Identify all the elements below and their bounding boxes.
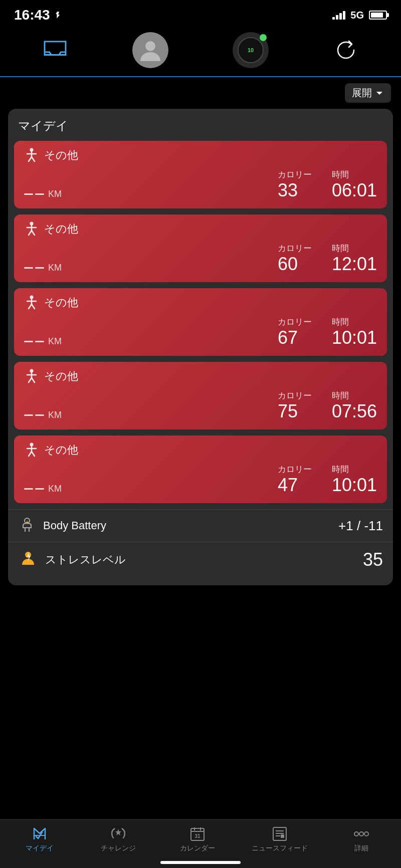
activity-item-3[interactable]: その他 KM カロリー 75 時間 07:56 <box>14 362 387 429</box>
nav-detail-label: 詳細 <box>354 844 368 853</box>
activity-km-3: KM <box>24 410 62 420</box>
svg-point-0 <box>145 41 155 51</box>
stress-icon-wrap <box>18 550 38 570</box>
activity-km-0: KM <box>24 189 62 199</box>
activity-header-2: その他 <box>24 295 377 310</box>
refresh-icon <box>335 39 357 61</box>
watch-time: 10 <box>248 47 254 53</box>
body-battery-label: Body Battery <box>43 519 331 532</box>
svg-line-24 <box>29 452 32 456</box>
svg-line-14 <box>29 304 32 309</box>
svg-point-41 <box>354 832 358 836</box>
stress-icon <box>18 550 38 570</box>
activity-figure-icon <box>24 148 39 163</box>
watch-connected-dot <box>260 34 267 41</box>
nav-challenge[interactable]: チャレンジ <box>93 826 143 853</box>
stress-level-label: ストレスレベル <box>45 552 356 567</box>
activity-header-0: その他 <box>24 148 377 163</box>
bar1 <box>332 17 335 20</box>
activity-km-1: KM <box>24 263 62 273</box>
status-right: 5G <box>332 10 387 21</box>
activity-header-1: その他 <box>24 222 377 237</box>
activity-km-2: KM <box>24 336 62 347</box>
activity-item-1[interactable]: その他 KM カロリー 60 時間 12:01 <box>14 214 387 282</box>
activity-body-4: KM カロリー 47 時間 10:01 <box>24 464 377 494</box>
stress-level-row[interactable]: ストレスレベル 35 <box>8 542 393 577</box>
calendar-icon: 31 <box>189 826 206 842</box>
svg-line-25 <box>32 452 35 456</box>
status-bar: 16:43 5G <box>0 0 401 27</box>
nav-newsfeed-label: ニュースフィード <box>252 844 308 853</box>
activity-title-2: その他 <box>44 295 78 310</box>
expand-button[interactable]: 展開 <box>345 83 391 103</box>
activity-title-0: その他 <box>44 148 78 163</box>
card-title: マイデイ <box>8 109 393 141</box>
activity-figure-icon <box>24 222 39 237</box>
inbox-button[interactable] <box>42 39 68 61</box>
activity-body-0: KM カロリー 33 時間 06:01 <box>24 169 377 199</box>
challenge-icon <box>110 826 126 842</box>
svg-point-43 <box>364 832 368 836</box>
bar2 <box>336 15 338 20</box>
battery-fill <box>371 13 383 18</box>
activity-stats-0: カロリー 33 時間 06:01 <box>278 169 377 199</box>
activity-header-3: その他 <box>24 369 377 384</box>
activity-body-1: KM カロリー 60 時間 12:01 <box>24 243 377 273</box>
watch-face: 10 <box>238 37 264 63</box>
detail-icon <box>353 826 369 842</box>
svg-line-19 <box>29 378 32 382</box>
expand-row: 展開 <box>0 77 401 109</box>
avatar-button[interactable] <box>132 32 168 68</box>
activity-title-3: その他 <box>44 369 78 384</box>
svg-line-9 <box>29 231 32 235</box>
nav-calendar[interactable]: 31 カレンダー <box>172 826 223 853</box>
activity-stats-3: カロリー 75 時間 07:56 <box>278 390 377 420</box>
status-time: 16:43 <box>14 7 61 23</box>
activity-body-3: KM カロリー 75 時間 07:56 <box>24 390 377 420</box>
nav-newsfeed[interactable]: ニュースフィード <box>252 826 308 853</box>
activity-item-4[interactable]: その他 KM カロリー 47 時間 10:01 <box>14 436 387 503</box>
stress-level-value: 35 <box>363 549 383 570</box>
svg-line-10 <box>32 231 35 235</box>
nav-myday-label: マイデイ <box>26 844 54 853</box>
avatar-icon <box>137 37 163 63</box>
activity-header-4: その他 <box>24 443 377 458</box>
activity-stats-2: カロリー 67 時間 10:01 <box>278 316 377 347</box>
watch-button[interactable]: 10 <box>233 32 269 68</box>
activity-title-4: その他 <box>44 443 78 458</box>
bar4 <box>343 11 345 20</box>
svg-point-42 <box>359 832 363 836</box>
nav-detail[interactable]: 詳細 <box>336 826 386 853</box>
svg-rect-40 <box>281 834 284 838</box>
activity-item-0[interactable]: その他 KM カロリー 33 時間 06:01 <box>14 141 387 208</box>
body-battery-icon <box>18 517 36 535</box>
battery-icon <box>369 11 387 20</box>
svg-line-15 <box>32 304 35 309</box>
svg-line-20 <box>32 378 35 382</box>
nav-myday[interactable]: マイデイ <box>15 826 65 853</box>
activity-km-4: KM <box>24 484 62 494</box>
myday-icon <box>32 826 48 842</box>
refresh-button[interactable] <box>333 37 359 63</box>
top-nav: 10 <box>0 27 401 77</box>
main-card: マイデイ その他 KM カロリー <box>8 109 393 585</box>
nav-calendar-label: カレンダー <box>180 844 215 853</box>
activity-stats-4: カロリー 47 時間 10:01 <box>278 464 377 494</box>
svg-line-5 <box>32 157 35 161</box>
nav-challenge-label: チャレンジ <box>101 844 136 853</box>
activity-figure-icon <box>24 443 39 458</box>
svg-text:31: 31 <box>194 833 200 839</box>
home-indicator <box>160 861 241 864</box>
svg-marker-30 <box>115 829 121 835</box>
svg-line-4 <box>29 157 32 161</box>
body-battery-icon-wrap <box>18 517 36 535</box>
network-type: 5G <box>350 10 364 21</box>
chevron-down-icon <box>375 89 384 98</box>
bar3 <box>339 13 342 20</box>
signal-bars <box>332 11 345 20</box>
body-battery-value: +1 / -11 <box>338 518 383 534</box>
body-battery-row[interactable]: Body Battery +1 / -11 <box>8 509 393 542</box>
newsfeed-icon <box>272 826 288 842</box>
activity-item-2[interactable]: その他 KM カロリー 67 時間 10:01 <box>14 288 387 356</box>
inbox-icon <box>43 40 68 61</box>
